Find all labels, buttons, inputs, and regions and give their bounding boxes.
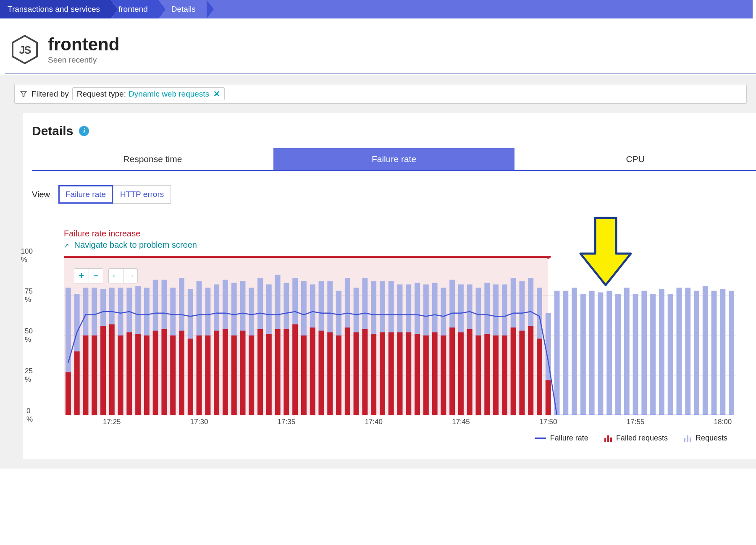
view-http-errors[interactable]: HTTP errors [113, 185, 171, 204]
svg-rect-106 [476, 335, 481, 415]
y-tick: 25 % [25, 367, 33, 384]
chart-x-axis: 17:2517:3017:3517:4017:4517:5017:5518:00 [64, 415, 744, 428]
svg-rect-74 [336, 335, 341, 415]
crumb-frontend[interactable]: frontend [111, 0, 159, 18]
svg-rect-50 [231, 335, 237, 415]
view-segmented: Failure rate HTTP errors [58, 185, 171, 204]
svg-rect-78 [354, 332, 359, 415]
y-tick: 0 % [26, 407, 33, 424]
svg-rect-134 [650, 294, 656, 415]
header-rule [5, 73, 756, 74]
zoom-out-button[interactable]: − [89, 269, 103, 283]
tab-failure-rate[interactable]: Failure rate [273, 148, 515, 170]
crumb-transactions[interactable]: Transactions and services [0, 0, 111, 18]
svg-rect-137 [676, 288, 682, 415]
chart-zone: Failure rate increase ↗ Navigate back to… [64, 229, 744, 443]
x-tick: 17:50 [539, 418, 557, 426]
filter-chip-label: Request type: [77, 89, 126, 99]
svg-rect-88 [397, 332, 403, 415]
legend-failed-label: Failed requests [616, 434, 668, 443]
x-tick: 17:30 [190, 418, 208, 426]
svg-rect-12 [66, 372, 71, 415]
svg-rect-64 [292, 324, 298, 415]
svg-rect-90 [406, 332, 411, 415]
svg-rect-72 [327, 332, 333, 415]
crumb-details[interactable]: Details [159, 0, 207, 18]
svg-rect-16 [83, 335, 89, 415]
svg-rect-128 [598, 292, 603, 415]
chart-anno-link-text: Navigate back to problem screen [74, 240, 197, 249]
zoom-group: + − [74, 268, 103, 283]
filter-icon [20, 90, 27, 98]
filter-chip-value: Dynamic web requests [129, 89, 209, 99]
chart-toolbar: + − ← → [74, 268, 138, 283]
svg-rect-110 [493, 335, 499, 415]
svg-rect-108 [484, 334, 490, 415]
svg-rect-139 [694, 291, 699, 415]
svg-rect-136 [668, 294, 673, 415]
details-heading-text: Details [32, 124, 73, 138]
x-tick: 17:45 [452, 418, 470, 426]
svg-rect-56 [257, 329, 263, 415]
legend-line-swatch [535, 438, 546, 439]
svg-rect-76 [345, 328, 350, 415]
page-header: JS frontend Seen recently [0, 18, 756, 73]
filter-chip[interactable]: Request type: Dynamic web requests ✕ [72, 87, 225, 100]
svg-rect-84 [380, 332, 385, 415]
svg-rect-133 [641, 291, 647, 415]
legend-requests-swatch [684, 435, 691, 442]
pan-group: ← → [108, 268, 138, 283]
svg-rect-102 [458, 332, 464, 415]
svg-rect-140 [703, 286, 708, 415]
svg-text:JS: JS [19, 44, 31, 56]
svg-rect-70 [319, 331, 324, 415]
info-icon[interactable]: i [79, 126, 89, 136]
svg-rect-52 [240, 331, 246, 415]
view-label: View [32, 190, 50, 199]
zoom-in-button[interactable]: + [74, 269, 89, 283]
svg-rect-142 [720, 289, 725, 415]
view-failure-rate[interactable]: Failure rate [58, 185, 113, 204]
details-card: Details i Response time Failure rate CPU… [23, 113, 756, 459]
svg-rect-34 [162, 329, 167, 415]
svg-rect-32 [153, 331, 158, 415]
chart-anno-link[interactable]: ↗ Navigate back to problem screen [64, 240, 744, 250]
failure-rate-chart[interactable] [64, 256, 736, 415]
external-link-icon: ↗ [64, 242, 69, 249]
svg-rect-118 [528, 326, 533, 415]
svg-rect-42 [197, 335, 202, 415]
plot-wrap: 0 %25 %50 %75 %100 % + − ← → [64, 256, 744, 415]
svg-rect-18 [92, 335, 97, 415]
filter-bar[interactable]: Filtered by Request type: Dynamic web re… [14, 84, 747, 104]
svg-rect-40 [188, 339, 193, 415]
details-heading: Details i [32, 124, 756, 138]
svg-rect-20 [100, 326, 106, 415]
pan-right-button[interactable]: → [123, 269, 137, 283]
filter-chip-remove-icon[interactable]: ✕ [213, 89, 220, 99]
tab-response-time[interactable]: Response time [32, 148, 273, 170]
x-tick: 17:40 [365, 418, 383, 426]
legend-failure-rate: Failure rate [535, 434, 588, 443]
svg-rect-14 [74, 351, 80, 415]
svg-rect-58 [266, 334, 272, 415]
breadcrumb-fill [207, 0, 753, 18]
y-tick: 50 % [25, 327, 33, 344]
svg-rect-143 [729, 291, 734, 415]
tab-cpu[interactable]: CPU [514, 148, 756, 170]
svg-rect-68 [310, 328, 315, 415]
svg-rect-130 [615, 294, 621, 415]
view-bar: View Failure rate HTTP errors [32, 185, 756, 204]
svg-rect-127 [589, 291, 595, 415]
legend-failed-swatch [604, 435, 612, 442]
svg-rect-135 [659, 289, 664, 415]
svg-rect-48 [223, 329, 228, 415]
svg-rect-114 [511, 328, 516, 415]
y-tick: 75 % [25, 287, 33, 304]
svg-rect-131 [624, 288, 630, 415]
pan-left-button[interactable]: ← [109, 269, 123, 283]
nodejs-icon: JS [12, 35, 38, 64]
svg-rect-112 [502, 335, 507, 415]
svg-rect-124 [563, 291, 568, 415]
svg-rect-123 [554, 291, 560, 415]
svg-rect-104 [467, 329, 472, 415]
